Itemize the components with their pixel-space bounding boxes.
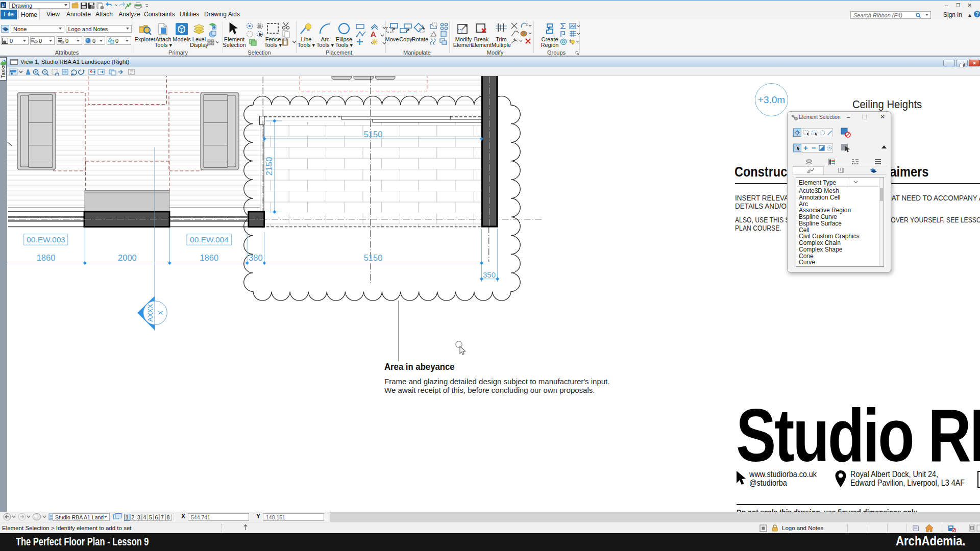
svg-text:5150: 5150 — [364, 130, 383, 139]
svg-text:5150: 5150 — [364, 253, 383, 262]
svg-text:00.EW.003: 00.EW.003 — [27, 235, 65, 244]
svg-text:2150: 2150 — [264, 157, 274, 176]
svg-text:00.EW.004: 00.EW.004 — [190, 235, 229, 244]
svg-text:2000: 2000 — [118, 253, 137, 262]
svg-text:1860: 1860 — [200, 253, 218, 262]
svg-text:X: X — [157, 311, 165, 315]
svg-text:1860: 1860 — [37, 253, 56, 262]
svg-text:2: 2 — [526, 22, 528, 26]
svg-text:AXXX: AXXX — [147, 304, 155, 322]
svg-text:350: 350 — [483, 270, 496, 279]
svg-text:380: 380 — [249, 253, 263, 262]
